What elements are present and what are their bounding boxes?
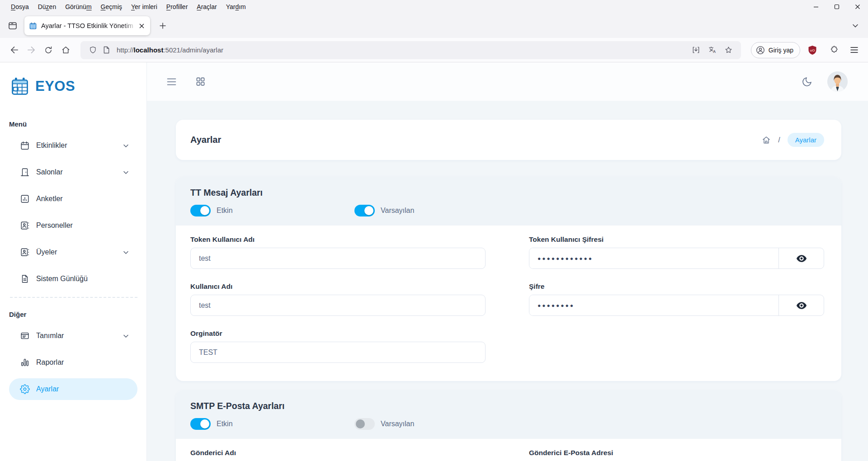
field-label: Orginatör: [190, 329, 486, 338]
reload-icon[interactable]: [40, 42, 57, 58]
tt-default-toggle[interactable]: [354, 205, 375, 216]
token-password-input[interactable]: [529, 248, 778, 268]
smtp-card-header: SMTP E-Posta Ayarları Etkin Varsayılan: [176, 390, 841, 439]
sidebar-item-ayarlar[interactable]: Ayarlar: [9, 378, 137, 400]
tt-card-header: TT Mesaj Ayarları Etkin Varsayılan: [176, 177, 841, 226]
url-text: http://localhost:5021/admin/ayarlar: [117, 46, 223, 54]
brand-logo[interactable]: EYOS: [0, 76, 146, 97]
forward-icon[interactable]: [23, 42, 40, 58]
token-username-input[interactable]: [190, 248, 486, 269]
user-avatar[interactable]: [827, 71, 848, 92]
window-minimize-button[interactable]: [806, 0, 826, 14]
sidebar-item-raporlar[interactable]: Raporlar: [9, 352, 137, 373]
sidebar-item-uyeler[interactable]: Üyeler: [9, 241, 137, 263]
username-input[interactable]: [190, 295, 486, 316]
menu-araclar[interactable]: Araçlar: [192, 3, 221, 10]
bookmark-star-icon[interactable]: [722, 43, 736, 57]
sidebar-item-salonlar[interactable]: Salonlar: [9, 161, 137, 183]
menu-profiller[interactable]: Profiller: [162, 3, 192, 10]
new-tab-button[interactable]: [155, 18, 171, 34]
show-password-eye-icon[interactable]: [778, 295, 824, 315]
extensions-puzzle-icon[interactable]: [825, 42, 842, 58]
translate-icon[interactable]: A: [706, 43, 719, 57]
sidebar-item-label: Personeller: [36, 221, 73, 230]
menu-dosya[interactable]: Dosya: [6, 3, 33, 10]
menu-yardim[interactable]: Yardım: [222, 3, 250, 10]
smtp-enabled-toggle[interactable]: [190, 418, 211, 430]
signin-button[interactable]: Giriş yap: [751, 42, 800, 58]
sidebar-toggle-hamburger-icon[interactable]: [163, 73, 180, 90]
definitions-card-icon: [20, 331, 30, 341]
menu-yerimleri[interactable]: Yer imleri: [127, 3, 162, 10]
page-info-icon[interactable]: [99, 43, 113, 57]
brand-name: EYOS: [35, 78, 75, 94]
sidebar-item-label: Salonlar: [36, 168, 63, 176]
page-title: Ayarlar: [190, 135, 221, 145]
survey-chart-icon: [20, 194, 30, 204]
room-door-icon: [20, 167, 30, 177]
field-token-username: Token Kullanıcı Adı: [190, 235, 486, 269]
save-page-icon[interactable]: [689, 43, 703, 57]
sidebar-divider: [10, 297, 137, 298]
sidebar-item-tanimlar[interactable]: Tanımlar: [9, 325, 137, 347]
window-maximize-button[interactable]: [826, 0, 847, 14]
password-input[interactable]: [529, 295, 778, 315]
originator-input[interactable]: [190, 342, 486, 363]
firefox-view-icon[interactable]: [5, 18, 21, 34]
tab-close-icon[interactable]: [137, 21, 146, 31]
tt-message-settings-card: TT Mesaj Ayarları Etkin Varsayılan: [176, 177, 841, 381]
menu-gecmis[interactable]: Geçmiş: [96, 3, 127, 10]
field-username: Kullanıcı Adı: [190, 282, 486, 316]
smtp-settings-card: SMTP E-Posta Ayarları Etkin Varsayılan: [176, 390, 841, 461]
field-label: Kullanıcı Adı: [190, 282, 486, 291]
sidebar-item-label: Raporlar: [36, 358, 64, 367]
sidebar-item-label: Tanımlar: [36, 332, 64, 340]
sidebar-item-personeller[interactable]: Personeller: [9, 215, 137, 236]
id-badge-icon: [20, 221, 30, 230]
menu-duzen[interactable]: Düzen: [33, 3, 61, 10]
breadcrumb-separator: /: [778, 136, 780, 144]
browser-navbar: http://localhost:5021/admin/ayarlar A Gi…: [0, 38, 868, 62]
apps-grid-icon[interactable]: [192, 73, 209, 90]
field-label: Şifre: [529, 282, 824, 291]
ublock-extension-icon[interactable]: uO: [804, 42, 821, 58]
sidebar-item-sistem-gunlugu[interactable]: Sistem Günlüğü: [9, 268, 137, 290]
smtp-default-toggle[interactable]: [354, 418, 375, 430]
sidebar-section-menu: Menü: [0, 120, 146, 128]
sidebar-section-other: Diğer: [0, 310, 146, 318]
field-token-password: Token Kullanıcı Şifresi: [529, 235, 824, 269]
field-sender-email: Gönderici E-Posta Adresi: [529, 449, 824, 461]
home-icon[interactable]: [57, 42, 74, 58]
eyos-calendar-icon: [10, 76, 30, 96]
tt-enabled-toggle[interactable]: [190, 205, 211, 216]
field-label: Gönderici E-Posta Adresi: [529, 449, 824, 457]
sidebar-item-label: Üyeler: [36, 248, 57, 256]
window-controls: [806, 0, 868, 14]
breadcrumb: / Ayarlar: [762, 133, 824, 147]
sidebar-item-label: Sistem Günlüğü: [36, 275, 88, 283]
smtp-section-title: SMTP E-Posta Ayarları: [190, 401, 827, 411]
log-file-icon: [20, 274, 30, 284]
field-password: Şifre: [529, 282, 824, 316]
menu-gorunum[interactable]: Görünüm: [61, 3, 96, 10]
back-icon[interactable]: [5, 42, 23, 58]
breadcrumb-home-icon[interactable]: [762, 136, 771, 145]
breadcrumb-current: Ayarlar: [788, 133, 824, 147]
list-all-tabs-icon[interactable]: [847, 18, 863, 34]
toggle-label: Etkin: [217, 207, 233, 215]
browser-menubar: Dosya Düzen Görünüm Geçmiş Yer imleri Pr…: [0, 0, 868, 14]
dark-mode-moon-icon[interactable]: [798, 73, 816, 90]
show-password-eye-icon[interactable]: [778, 248, 824, 268]
sidebar-item-etkinlikler[interactable]: Etkinlikler: [9, 135, 137, 156]
sidebar-item-anketler[interactable]: Anketler: [9, 188, 137, 210]
window-close-button[interactable]: [847, 0, 868, 14]
chevron-down-icon: [123, 169, 129, 176]
url-bar[interactable]: http://localhost:5021/admin/ayarlar A: [80, 41, 741, 59]
app-topbar: [147, 62, 868, 101]
field-label: Token Kullanıcı Adı: [190, 235, 486, 244]
tracking-shield-icon[interactable]: [86, 43, 99, 57]
field-originator: Orginatör: [190, 329, 486, 363]
browser-tab-active[interactable]: Ayarlar - TTSO Etkinlik Yönetim: [24, 16, 150, 35]
app-menu-hamburger-icon[interactable]: [845, 42, 863, 58]
reports-bars-icon: [20, 358, 30, 367]
